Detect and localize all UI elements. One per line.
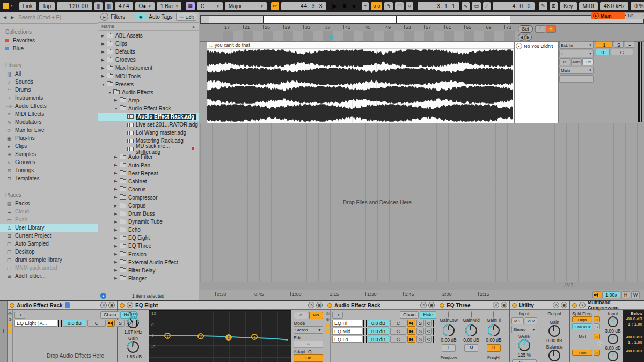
chain-pan-field[interactable]: C	[390, 336, 406, 343]
expand-arrow-icon[interactable]: ▶	[114, 98, 120, 102]
device-title-bar[interactable]: ▶ EQ Eight ⟲ ▣	[118, 301, 325, 310]
channel-mode-select[interactable]: Stereo▼	[511, 326, 537, 333]
device-title-bar[interactable]: Utility ⟲ ▣	[510, 301, 569, 310]
play-button[interactable]: ▶	[331, 0, 339, 12]
chain-hot-swap-icon[interactable]: ⟲	[425, 328, 432, 335]
band-gain-knob[interactable]	[443, 324, 455, 336]
sidebar-library-item[interactable]: ≈ Grooves	[0, 158, 98, 166]
expand-arrow-icon[interactable]: ▶	[101, 42, 107, 46]
scale-root-menu[interactable]: C▾	[197, 2, 223, 10]
tree-item[interactable]: ▶ Corpus	[98, 202, 199, 210]
device-panel-handle[interactable]: ‖	[0, 301, 8, 362]
sidebar-place-item[interactable]: ▢ MNM pack sorted	[0, 264, 98, 272]
back-icon[interactable]: ◀	[2, 15, 8, 20]
scale-mode-button[interactable]: ▦	[186, 2, 195, 10]
rack-view-rail[interactable]: ◎ ⊙	[8, 310, 13, 362]
band-kill-button[interactable]: H	[487, 344, 501, 352]
edit-tags-button[interactable]: ≔Edit	[176, 13, 196, 21]
sidebar-place-item[interactable]: ▢ Auto Sampled	[0, 240, 98, 248]
macro-view-icon[interactable]: ◎	[326, 312, 330, 316]
device-activator-icon[interactable]	[327, 303, 332, 308]
expand-arrow-icon[interactable]: ▼	[108, 91, 113, 94]
lock-envelopes-icon[interactable]: 🔒	[546, 25, 556, 33]
low-power-icon[interactable]: ⊙	[594, 350, 600, 356]
mid-power-icon[interactable]: ⊙	[594, 334, 600, 339]
chain-view-icon[interactable]: ⊙	[8, 317, 12, 322]
prev-locator-icon[interactable]: ◀	[518, 34, 525, 41]
chain-name[interactable]: EQ Mid	[332, 328, 362, 335]
sidebar-collection-item[interactable]: Favorites	[0, 36, 98, 45]
sidebar-library-item[interactable]: ⊞ Samples	[0, 150, 98, 158]
expand-arrow-icon[interactable]: ▶	[114, 236, 120, 240]
tree-item[interactable]: ▶ EQ Three	[98, 242, 199, 250]
tree-item[interactable]: ▶ Erosion	[98, 250, 199, 258]
tree-item[interactable]: ▼ Audio Effects	[98, 88, 199, 97]
nudge-up-button[interactable]: |||	[105, 2, 113, 10]
sidebar-place-item[interactable]: ⊡ Current Project	[0, 232, 98, 240]
chain-volume-field[interactable]: 0.0 dB	[368, 336, 389, 343]
rack-view-rail[interactable]: ◎ ⊙	[325, 310, 331, 362]
monitor-auto-button[interactable]: Auto	[571, 58, 582, 65]
tree-item[interactable]: MD stick me... shifter.adg	[98, 145, 199, 153]
sidebar-library-item[interactable]: ≡ MIDI Effects	[0, 110, 98, 118]
tree-item[interactable]: ▶ Dynamic Tube	[98, 218, 199, 226]
sidebar-library-item[interactable]: ◇ Max for Live	[0, 126, 98, 134]
loop-switch[interactable]: ▭	[472, 2, 481, 10]
sidebar-place-item[interactable]: ▤ Packs	[0, 200, 98, 208]
mid-input-knob[interactable]	[608, 334, 618, 344]
hot-swap-icon[interactable]: ⟲	[100, 302, 107, 308]
sidebar-library-item[interactable]: ⊟ Templates	[0, 174, 98, 182]
edit-ab-button[interactable]: A	[294, 341, 323, 348]
chain-volume-field[interactable]: 0.0 dB	[368, 328, 389, 335]
phase-left-button[interactable]: Ø L	[511, 317, 524, 324]
sidebar-collection-item[interactable]: Blue	[0, 45, 98, 53]
mid-solo-button[interactable]: S	[597, 341, 603, 346]
overview-segment[interactable]	[264, 16, 397, 23]
band-gain-value[interactable]: 0.00 dB	[460, 337, 482, 343]
freq-value[interactable]: 1.07 kHz	[118, 329, 149, 335]
sidebar-library-item[interactable]: ◔ Instruments	[0, 94, 98, 102]
sidebar-library-item[interactable]: ∿ Modulators	[0, 118, 98, 126]
band-gain-value[interactable]: 0.00 dB	[482, 337, 505, 343]
sidebar-place-item[interactable]: ⊞ Add Folder...	[0, 272, 98, 280]
tree-item[interactable]: ▼ Audio Effect Rack	[98, 105, 199, 113]
sort-icon[interactable]: ▲	[192, 25, 195, 28]
chain-pan-field[interactable]: C	[390, 320, 406, 327]
phase-right-button[interactable]: Ø R	[525, 317, 537, 324]
high-threshold[interactable]: -80.0 dB	[624, 316, 642, 321]
low-threshold[interactable]: -80.0 dB	[624, 349, 642, 353]
device-title-bar[interactable]: Audio Effect Rack ⟲ ▣	[325, 301, 437, 310]
balance-knob[interactable]	[548, 350, 560, 361]
time-signature-field[interactable]: 4 / 4	[115, 2, 133, 10]
output-type-select[interactable]: Main▼	[559, 67, 594, 74]
device-activator-icon[interactable]	[512, 303, 517, 308]
map-mode-button[interactable]: ⇥	[14, 312, 25, 319]
key-map-button[interactable]: Key	[560, 2, 576, 10]
expand-arrow-icon[interactable]: ▶	[114, 171, 120, 175]
pan-field[interactable]: C	[611, 49, 633, 55]
monitor-in-button[interactable]: In	[559, 58, 570, 65]
overdub-button[interactable]: o·o	[371, 2, 382, 10]
tree-item[interactable]: ▶ Drum Buss	[98, 210, 199, 218]
eq-node-1[interactable]: 1	[164, 333, 171, 339]
tree-item[interactable]: ▶ External Audio Effect	[98, 258, 199, 267]
low-input-knob[interactable]	[608, 351, 618, 361]
device-activator-icon[interactable]	[120, 303, 125, 308]
draw-mode-button[interactable]: ✎	[539, 2, 547, 10]
expand-arrow-icon[interactable]: ▶	[114, 220, 120, 224]
save-preset-icon[interactable]: ▣	[108, 302, 115, 308]
loop-start-field[interactable]: 3. 1. 1	[418, 2, 459, 10]
expand-arrow-icon[interactable]: ▶	[114, 244, 120, 248]
chain-name[interactable]: EQ Hi	[332, 320, 362, 327]
monitor-off-button[interactable]: Off	[582, 58, 594, 65]
tree-item[interactable]: ▼ Presets	[98, 80, 199, 88]
sidebar-place-item[interactable]: ▢ drum sample library	[0, 256, 98, 264]
tree-item[interactable]: ▶ Grooves	[98, 56, 199, 64]
gain-value[interactable]: 0.00 dB	[541, 338, 568, 343]
device-eq-three[interactable]: EQ Three ⟲ ▣ GainLow 0.00 dB L FreqLow	[437, 301, 510, 362]
device-title-bar[interactable]: Audio Effect Rack ⟲ ▣	[8, 301, 117, 310]
hot-swap-icon[interactable]: ⟲	[308, 302, 314, 308]
beat-time-ruler[interactable]: 172125293337414549535761656973 Set ⟋ 🔒 ◀…	[200, 24, 644, 42]
output-channel-select[interactable]	[559, 75, 594, 83]
cpu-meter[interactable]: 0 %▾	[631, 2, 644, 10]
